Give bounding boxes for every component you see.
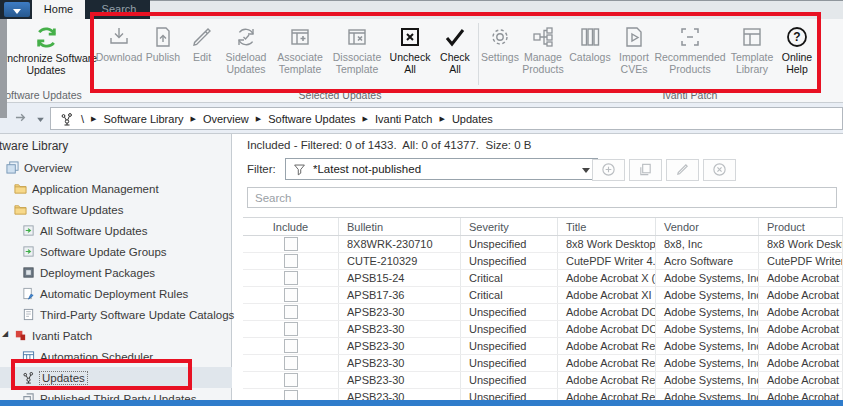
cell-bulletin: APSB23-30 — [339, 304, 461, 320]
sidebar-item-ivanti-patch[interactable]: ◢Ivanti Patch — [0, 325, 232, 346]
filter-remove-button[interactable] — [703, 159, 736, 181]
ribbon-button-edit[interactable]: Edit — [184, 21, 220, 64]
cell-bulletin: 8X8WRK-230710 — [339, 236, 461, 252]
sidebar-item-all-software-updates[interactable]: All Software Updates — [0, 220, 232, 241]
filter-dropdown[interactable]: *Latest not-published — [285, 158, 598, 180]
column-header-include[interactable]: Include — [243, 218, 339, 235]
ribbon-button-template-library[interactable]: Template Library — [726, 21, 778, 75]
table-row[interactable]: APSB23-30UnspecifiedAdobe Acrobat Re...A… — [243, 355, 843, 372]
column-header-severity[interactable]: Severity — [461, 218, 558, 235]
sidebar-item-label: Third-Party Software Update Catalogs — [40, 309, 234, 321]
breadcrumb-item-software-updates[interactable]: Software Updates — [268, 113, 355, 125]
table-header-row: IncludeBulletinSeverityTitleVendorProduc… — [243, 217, 843, 236]
ribbon-button-sideload-updates[interactable]: Sideload Updates — [220, 21, 272, 75]
arrow-right-icon — [12, 111, 29, 126]
overview-icon — [6, 161, 19, 174]
column-header-bulletin[interactable]: Bulletin — [339, 218, 461, 235]
ribbon-button-import-cves[interactable]: Import CVEs — [614, 21, 654, 75]
sidebar-item-overview[interactable]: Overview — [0, 157, 232, 178]
include-checkbox[interactable] — [284, 288, 298, 302]
cell-bulletin: APSB23-30 — [339, 355, 461, 371]
tree-expander-icon[interactable]: ◢ — [2, 329, 8, 338]
include-checkbox[interactable] — [284, 356, 298, 370]
ribbon-button-uncheck-all[interactable]: Uncheck All — [386, 21, 434, 75]
ribbon-button-label: Online Help — [778, 52, 816, 75]
ribbon-button-label: Download — [96, 52, 143, 64]
column-header-vendor[interactable]: Vendor — [656, 218, 759, 235]
include-checkbox[interactable] — [284, 237, 298, 251]
ribbon-button-dissociate-template[interactable]: Dissociate Template — [328, 21, 386, 75]
table-row[interactable]: APSB15-24CriticalAdobe Acrobat X (...Ado… — [243, 270, 843, 287]
dissociate-template-icon — [345, 22, 369, 52]
sidebar-item-updates[interactable]: Updates — [0, 367, 232, 388]
updates-table: IncludeBulletinSeverityTitleVendorProduc… — [243, 217, 843, 406]
breadcrumb-item-overview[interactable]: Overview — [203, 113, 249, 125]
table-row[interactable]: APSB23-30UnspecifiedAdobe Acrobat Re...A… — [243, 338, 843, 355]
ribbon-button-check-all[interactable]: Check All — [434, 21, 476, 75]
table-row[interactable]: APSB17-36CriticalAdobe Acrobat XI (...Ad… — [243, 287, 843, 304]
sidebar-item-automatic-deployment-rules[interactable]: Automatic Deployment Rules — [0, 283, 232, 304]
sync-green-icon — [0, 21, 98, 53]
table-row[interactable]: APSB23-30UnspecifiedAdobe Acrobat Re...A… — [243, 372, 843, 389]
breadcrumb: \▶Software Library▶Overview▶Software Upd… — [50, 107, 843, 130]
sidebar-item-automation-scheduler[interactable]: Automation Scheduler — [0, 346, 232, 367]
cell-severity: Unspecified — [461, 355, 558, 371]
caret-down-icon — [37, 112, 44, 124]
synchronize-software-updates-button[interactable]: Synchronize Software Updates — [0, 21, 98, 87]
ribbon-button-settings[interactable]: Settings — [480, 21, 520, 64]
cell-bulletin: APSB17-36 — [339, 287, 461, 303]
ribbon-group-ivanti-patch: SettingsManage ProductsCatalogsImport CV… — [480, 21, 816, 75]
cell-bulletin: CUTE-210329 — [339, 253, 461, 269]
ribbon-button-manage-products[interactable]: Manage Products — [520, 21, 566, 75]
forward-arrow-button[interactable] — [8, 109, 32, 127]
include-cell — [243, 253, 339, 269]
breadcrumb-item-updates[interactable]: Updates — [452, 113, 493, 125]
package-icon — [22, 266, 35, 279]
app-menu-button[interactable] — [4, 2, 30, 17]
sidebar-item-third-party-software-update-catalogs[interactable]: Third-Party Software Update Catalogs — [0, 304, 232, 325]
sidebar-item-application-management[interactable]: Application Management — [0, 178, 232, 199]
filter-edit-button[interactable] — [666, 159, 699, 181]
breadcrumb-item-ivanti-patch[interactable]: Ivanti Patch — [375, 113, 432, 125]
ribbon-button-label: Associate Template — [272, 52, 328, 75]
include-checkbox[interactable] — [284, 322, 298, 336]
window-left-edge — [0, 19, 7, 118]
search-input[interactable] — [247, 187, 837, 208]
include-checkbox[interactable] — [284, 373, 298, 387]
tab-home[interactable]: Home — [32, 0, 85, 19]
include-checkbox[interactable] — [284, 271, 298, 285]
cell-title: Adobe Acrobat DC... — [558, 321, 656, 337]
breadcrumb-item-software-library[interactable]: Software Library — [103, 113, 183, 125]
ribbon-button-publish[interactable]: Publish — [142, 21, 184, 64]
ribbon-button-download[interactable]: Download — [96, 21, 142, 64]
table-row[interactable]: CUTE-210329UnspecifiedCutePDF Writer 4.0… — [243, 253, 843, 270]
cell-bulletin: APSB15-24 — [339, 270, 461, 286]
ribbon-button-associate-template[interactable]: Associate Template — [272, 21, 328, 75]
history-dropdown-button[interactable] — [34, 109, 46, 127]
sidebar-item-deployment-packages[interactable]: Deployment Packages — [0, 262, 232, 283]
cell-title: Adobe Acrobat XI (... — [558, 287, 656, 303]
ribbon-button-online-help[interactable]: ?Online Help — [778, 21, 816, 75]
include-checkbox[interactable] — [284, 339, 298, 353]
associate-template-icon — [288, 22, 312, 52]
ribbon-button-recommended-products[interactable]: Recommended Products — [654, 21, 726, 75]
table-row[interactable]: APSB23-30UnspecifiedAdobe Acrobat DC...A… — [243, 321, 843, 338]
settings-icon — [488, 22, 512, 52]
catalog-page-icon — [22, 308, 35, 321]
filter-add-button[interactable] — [592, 159, 625, 181]
cell-title: CutePDF Writer 4.0... — [558, 253, 656, 269]
table-row[interactable]: APSB23-30UnspecifiedAdobe Acrobat DC...A… — [243, 304, 843, 321]
ribbon-button-catalogs[interactable]: Catalogs — [566, 21, 614, 64]
include-checkbox[interactable] — [284, 305, 298, 319]
filter-copy-button[interactable] — [629, 159, 662, 181]
sidebar-item-software-update-groups[interactable]: Software Update Groups — [0, 241, 232, 262]
cell-severity: Unspecified — [461, 372, 558, 388]
table-row[interactable]: 8X8WRK-230710Unspecified8x8 Work Desktop… — [243, 236, 843, 253]
tab-search[interactable]: Search — [90, 0, 148, 19]
include-checkbox[interactable] — [284, 254, 298, 268]
column-header-title[interactable]: Title — [558, 218, 656, 235]
sidebar-item-software-updates[interactable]: Software Updates — [0, 199, 232, 220]
column-header-product[interactable]: Product — [759, 218, 843, 235]
sideload-icon — [234, 22, 258, 52]
cell-product: CutePDF Writer — [759, 253, 843, 269]
